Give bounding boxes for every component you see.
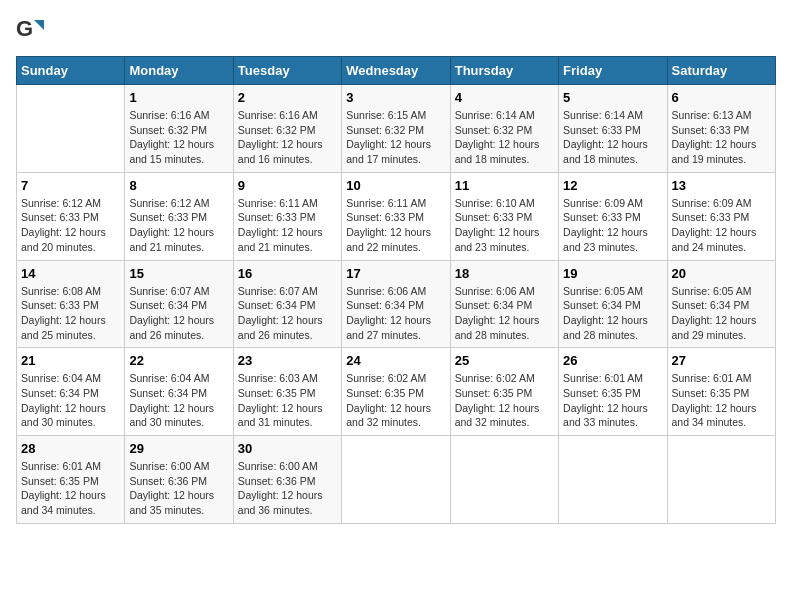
- calendar-cell: 20Sunrise: 6:05 AM Sunset: 6:34 PM Dayli…: [667, 260, 775, 348]
- day-number: 7: [21, 178, 120, 193]
- day-number: 13: [672, 178, 771, 193]
- day-info: Sunrise: 6:01 AM Sunset: 6:35 PM Dayligh…: [21, 459, 120, 518]
- header-friday: Friday: [559, 57, 667, 85]
- calendar-cell: 28Sunrise: 6:01 AM Sunset: 6:35 PM Dayli…: [17, 436, 125, 524]
- calendar-cell: [450, 436, 558, 524]
- calendar-cell: 17Sunrise: 6:06 AM Sunset: 6:34 PM Dayli…: [342, 260, 450, 348]
- day-info: Sunrise: 6:07 AM Sunset: 6:34 PM Dayligh…: [238, 284, 337, 343]
- day-number: 18: [455, 266, 554, 281]
- day-info: Sunrise: 6:01 AM Sunset: 6:35 PM Dayligh…: [563, 371, 662, 430]
- svg-text:G: G: [16, 16, 33, 41]
- calendar-table: SundayMondayTuesdayWednesdayThursdayFrid…: [16, 56, 776, 524]
- day-number: 19: [563, 266, 662, 281]
- day-number: 24: [346, 353, 445, 368]
- calendar-cell: 14Sunrise: 6:08 AM Sunset: 6:33 PM Dayli…: [17, 260, 125, 348]
- calendar-header: SundayMondayTuesdayWednesdayThursdayFrid…: [17, 57, 776, 85]
- calendar-cell: 18Sunrise: 6:06 AM Sunset: 6:34 PM Dayli…: [450, 260, 558, 348]
- calendar-cell: [559, 436, 667, 524]
- day-number: 9: [238, 178, 337, 193]
- day-number: 1: [129, 90, 228, 105]
- day-info: Sunrise: 6:04 AM Sunset: 6:34 PM Dayligh…: [21, 371, 120, 430]
- day-info: Sunrise: 6:03 AM Sunset: 6:35 PM Dayligh…: [238, 371, 337, 430]
- calendar-cell: 13Sunrise: 6:09 AM Sunset: 6:33 PM Dayli…: [667, 172, 775, 260]
- day-info: Sunrise: 6:14 AM Sunset: 6:33 PM Dayligh…: [563, 108, 662, 167]
- calendar-cell: 23Sunrise: 6:03 AM Sunset: 6:35 PM Dayli…: [233, 348, 341, 436]
- calendar-cell: 5Sunrise: 6:14 AM Sunset: 6:33 PM Daylig…: [559, 85, 667, 173]
- day-info: Sunrise: 6:15 AM Sunset: 6:32 PM Dayligh…: [346, 108, 445, 167]
- day-number: 28: [21, 441, 120, 456]
- svg-marker-1: [34, 20, 44, 30]
- calendar-cell: 19Sunrise: 6:05 AM Sunset: 6:34 PM Dayli…: [559, 260, 667, 348]
- day-number: 21: [21, 353, 120, 368]
- calendar-cell: 25Sunrise: 6:02 AM Sunset: 6:35 PM Dayli…: [450, 348, 558, 436]
- week-row-3: 21Sunrise: 6:04 AM Sunset: 6:34 PM Dayli…: [17, 348, 776, 436]
- header-row: SundayMondayTuesdayWednesdayThursdayFrid…: [17, 57, 776, 85]
- header-saturday: Saturday: [667, 57, 775, 85]
- calendar-cell: 4Sunrise: 6:14 AM Sunset: 6:32 PM Daylig…: [450, 85, 558, 173]
- page-header: G: [16, 16, 776, 44]
- calendar-cell: 21Sunrise: 6:04 AM Sunset: 6:34 PM Dayli…: [17, 348, 125, 436]
- day-info: Sunrise: 6:16 AM Sunset: 6:32 PM Dayligh…: [238, 108, 337, 167]
- day-number: 10: [346, 178, 445, 193]
- day-number: 29: [129, 441, 228, 456]
- day-number: 25: [455, 353, 554, 368]
- calendar-cell: [17, 85, 125, 173]
- day-number: 11: [455, 178, 554, 193]
- day-number: 2: [238, 90, 337, 105]
- day-number: 5: [563, 90, 662, 105]
- day-number: 14: [21, 266, 120, 281]
- day-info: Sunrise: 6:09 AM Sunset: 6:33 PM Dayligh…: [672, 196, 771, 255]
- day-info: Sunrise: 6:04 AM Sunset: 6:34 PM Dayligh…: [129, 371, 228, 430]
- day-info: Sunrise: 6:13 AM Sunset: 6:33 PM Dayligh…: [672, 108, 771, 167]
- day-info: Sunrise: 6:12 AM Sunset: 6:33 PM Dayligh…: [129, 196, 228, 255]
- calendar-cell: 29Sunrise: 6:00 AM Sunset: 6:36 PM Dayli…: [125, 436, 233, 524]
- day-number: 12: [563, 178, 662, 193]
- header-wednesday: Wednesday: [342, 57, 450, 85]
- day-info: Sunrise: 6:00 AM Sunset: 6:36 PM Dayligh…: [238, 459, 337, 518]
- day-info: Sunrise: 6:16 AM Sunset: 6:32 PM Dayligh…: [129, 108, 228, 167]
- week-row-0: 1Sunrise: 6:16 AM Sunset: 6:32 PM Daylig…: [17, 85, 776, 173]
- day-number: 20: [672, 266, 771, 281]
- day-info: Sunrise: 6:12 AM Sunset: 6:33 PM Dayligh…: [21, 196, 120, 255]
- day-info: Sunrise: 6:06 AM Sunset: 6:34 PM Dayligh…: [346, 284, 445, 343]
- header-sunday: Sunday: [17, 57, 125, 85]
- day-number: 22: [129, 353, 228, 368]
- day-number: 17: [346, 266, 445, 281]
- week-row-2: 14Sunrise: 6:08 AM Sunset: 6:33 PM Dayli…: [17, 260, 776, 348]
- calendar-cell: 11Sunrise: 6:10 AM Sunset: 6:33 PM Dayli…: [450, 172, 558, 260]
- day-number: 3: [346, 90, 445, 105]
- calendar-cell: [342, 436, 450, 524]
- calendar-cell: 24Sunrise: 6:02 AM Sunset: 6:35 PM Dayli…: [342, 348, 450, 436]
- day-info: Sunrise: 6:10 AM Sunset: 6:33 PM Dayligh…: [455, 196, 554, 255]
- day-info: Sunrise: 6:05 AM Sunset: 6:34 PM Dayligh…: [563, 284, 662, 343]
- week-row-1: 7Sunrise: 6:12 AM Sunset: 6:33 PM Daylig…: [17, 172, 776, 260]
- day-info: Sunrise: 6:00 AM Sunset: 6:36 PM Dayligh…: [129, 459, 228, 518]
- header-monday: Monday: [125, 57, 233, 85]
- calendar-cell: 15Sunrise: 6:07 AM Sunset: 6:34 PM Dayli…: [125, 260, 233, 348]
- calendar-cell: 6Sunrise: 6:13 AM Sunset: 6:33 PM Daylig…: [667, 85, 775, 173]
- day-info: Sunrise: 6:02 AM Sunset: 6:35 PM Dayligh…: [346, 371, 445, 430]
- calendar-cell: 3Sunrise: 6:15 AM Sunset: 6:32 PM Daylig…: [342, 85, 450, 173]
- day-number: 4: [455, 90, 554, 105]
- calendar-cell: [667, 436, 775, 524]
- day-info: Sunrise: 6:05 AM Sunset: 6:34 PM Dayligh…: [672, 284, 771, 343]
- calendar-cell: 12Sunrise: 6:09 AM Sunset: 6:33 PM Dayli…: [559, 172, 667, 260]
- day-info: Sunrise: 6:09 AM Sunset: 6:33 PM Dayligh…: [563, 196, 662, 255]
- calendar-cell: 26Sunrise: 6:01 AM Sunset: 6:35 PM Dayli…: [559, 348, 667, 436]
- day-number: 16: [238, 266, 337, 281]
- calendar-cell: 1Sunrise: 6:16 AM Sunset: 6:32 PM Daylig…: [125, 85, 233, 173]
- week-row-4: 28Sunrise: 6:01 AM Sunset: 6:35 PM Dayli…: [17, 436, 776, 524]
- calendar-cell: 16Sunrise: 6:07 AM Sunset: 6:34 PM Dayli…: [233, 260, 341, 348]
- calendar-cell: 30Sunrise: 6:00 AM Sunset: 6:36 PM Dayli…: [233, 436, 341, 524]
- calendar-cell: 27Sunrise: 6:01 AM Sunset: 6:35 PM Dayli…: [667, 348, 775, 436]
- logo: G: [16, 16, 48, 44]
- logo-icon: G: [16, 16, 44, 44]
- day-number: 6: [672, 90, 771, 105]
- calendar-body: 1Sunrise: 6:16 AM Sunset: 6:32 PM Daylig…: [17, 85, 776, 524]
- day-number: 30: [238, 441, 337, 456]
- day-info: Sunrise: 6:08 AM Sunset: 6:33 PM Dayligh…: [21, 284, 120, 343]
- day-info: Sunrise: 6:06 AM Sunset: 6:34 PM Dayligh…: [455, 284, 554, 343]
- day-info: Sunrise: 6:07 AM Sunset: 6:34 PM Dayligh…: [129, 284, 228, 343]
- calendar-cell: 8Sunrise: 6:12 AM Sunset: 6:33 PM Daylig…: [125, 172, 233, 260]
- day-info: Sunrise: 6:14 AM Sunset: 6:32 PM Dayligh…: [455, 108, 554, 167]
